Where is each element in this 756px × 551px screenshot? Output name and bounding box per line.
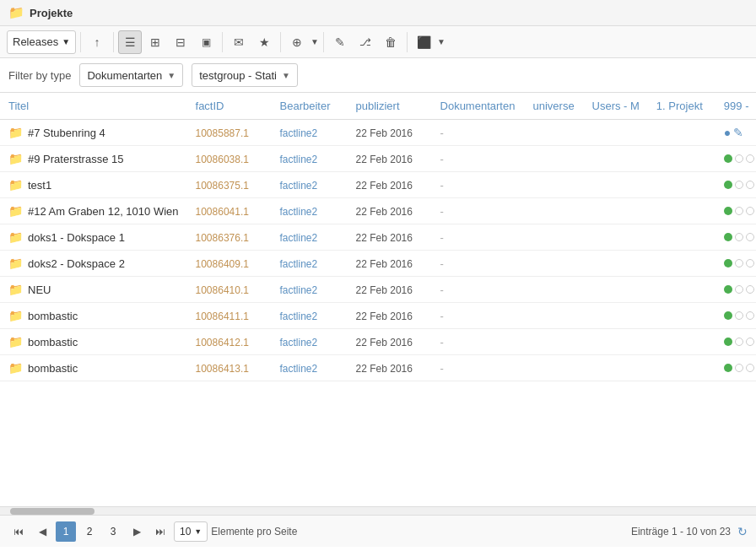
col-projekt1[interactable]: 1. Projekt xyxy=(648,93,716,120)
toolbar: Releases ▼ ↑ ☰ ⊞ ⊟ ▣ ✉ ★ ⊕ ▼ ✎ ⎇ 🗑 ⬛ ▼ xyxy=(0,26,756,58)
col-users-m[interactable]: Users - M xyxy=(584,93,648,120)
cell-titel[interactable]: 📁bombastic xyxy=(0,329,187,355)
page-1-button[interactable]: 1 xyxy=(56,521,76,542)
branch-button[interactable]: ⎇ xyxy=(354,30,377,54)
status-dot-empty-2 xyxy=(746,364,754,372)
table-row: 📁bombastic10086412.1factline222 Feb 2016… xyxy=(0,329,756,355)
chevron-down-icon-add[interactable]: ▼ xyxy=(310,37,319,46)
page-size-select[interactable]: 10 ▼ xyxy=(174,521,208,542)
cell-dokumentarten: - xyxy=(432,172,525,198)
table-row: 📁#12 Am Graben 12, 1010 Wien10086041.1fa… xyxy=(0,198,756,224)
titel-text: NEU xyxy=(28,284,51,296)
cell-titel[interactable]: 📁doks2 - Dokspace 2 xyxy=(0,251,187,277)
cell-titel[interactable]: 📁doks1 - Dokspace 1 xyxy=(0,224,187,251)
titel-text: test1 xyxy=(28,179,51,192)
cell-titel[interactable]: 📁NEU xyxy=(0,277,187,303)
hscroll-thumb[interactable] xyxy=(10,508,94,515)
cell-bearbeiter[interactable]: factline2 xyxy=(272,172,348,198)
cell-bearbeiter[interactable]: factline2 xyxy=(272,120,348,146)
action-icon-blue[interactable]: ● xyxy=(724,126,731,139)
cell-titel[interactable]: 📁bombastic xyxy=(0,355,187,381)
star-button[interactable]: ★ xyxy=(252,30,276,54)
col-dokumentarten[interactable]: Dokumentarten xyxy=(432,93,525,120)
action-icon-edit[interactable]: ✎ xyxy=(733,126,743,139)
cell-titel[interactable]: 📁bombastic xyxy=(0,303,187,329)
cell-publiziert: 22 Feb 2016 xyxy=(348,224,432,251)
cell-bearbeiter[interactable]: factline2 xyxy=(272,277,348,303)
testgroup-stati-dropdown[interactable]: testgroup - Stati ▼ xyxy=(192,63,298,87)
next-page-button[interactable]: ▶ xyxy=(127,521,147,542)
status-dot-green xyxy=(724,233,732,241)
grid-view-button[interactable]: ⊞ xyxy=(143,30,167,54)
table-header-row: Titel factID Bearbeiter publiziert Dokum… xyxy=(0,93,756,120)
cell-titel[interactable]: 📁test1 xyxy=(0,172,187,198)
cell-bearbeiter[interactable]: factline2 xyxy=(272,303,348,329)
cell-bearbeiter[interactable]: factline2 xyxy=(272,224,348,251)
mail-button[interactable]: ✉ xyxy=(227,30,251,54)
col-999[interactable]: 999 - xyxy=(716,93,756,120)
col-bearbeiter[interactable]: Bearbeiter xyxy=(272,93,348,120)
col-universe[interactable]: universe xyxy=(525,93,584,120)
folder-icon: 📁 xyxy=(8,283,23,296)
page-2-button[interactable]: 2 xyxy=(79,521,100,542)
cell-bearbeiter[interactable]: factline2 xyxy=(272,146,348,172)
list-view-button[interactable]: ☰ xyxy=(118,30,142,54)
page-3-button[interactable]: 3 xyxy=(103,521,123,542)
upload-button[interactable]: ↑ xyxy=(85,30,109,54)
cell-publiziert: 22 Feb 2016 xyxy=(348,277,432,303)
add-button[interactable]: ⊕ xyxy=(285,30,309,54)
col-publiziert[interactable]: publiziert xyxy=(348,93,432,120)
chevron-down-icon: ▼ xyxy=(62,37,70,46)
first-page-button[interactable]: ⏮ xyxy=(8,521,29,542)
cell-dokumentarten: - xyxy=(432,329,525,355)
status-dot-empty-1 xyxy=(735,338,743,346)
cell-999 xyxy=(716,224,756,251)
cell-users-m xyxy=(584,172,648,198)
col-factid[interactable]: factID xyxy=(187,93,272,120)
cell-projekt1 xyxy=(648,303,716,329)
status-dot-green xyxy=(724,207,732,215)
cell-dokumentarten: - xyxy=(432,277,525,303)
cell-bearbeiter[interactable]: factline2 xyxy=(272,251,348,277)
delete-button[interactable]: 🗑 xyxy=(379,30,402,54)
chevron-down-icon-more[interactable]: ▼ xyxy=(437,37,446,46)
cell-users-m xyxy=(584,303,648,329)
refresh-button[interactable]: ↻ xyxy=(737,525,748,538)
releases-select[interactable]: Releases ▼ xyxy=(7,30,76,54)
cell-projekt1 xyxy=(648,277,716,303)
page-title: Projekte xyxy=(30,7,73,19)
last-page-button[interactable]: ⏭ xyxy=(150,521,170,542)
cell-factid: 10086411.1 xyxy=(187,303,272,329)
cell-bearbeiter[interactable]: factline2 xyxy=(272,355,348,381)
tree-view-button[interactable]: ⊟ xyxy=(169,30,192,54)
export-button[interactable]: ⬛ xyxy=(412,30,435,54)
status-dot-green xyxy=(724,154,732,163)
cell-999 xyxy=(716,251,756,277)
cell-titel[interactable]: 📁#12 Am Graben 12, 1010 Wien xyxy=(0,198,187,224)
table-row: 📁bombastic10086413.1factline222 Feb 2016… xyxy=(0,355,756,381)
cell-users-m xyxy=(584,198,648,224)
cell-bearbeiter[interactable]: factline2 xyxy=(272,329,348,355)
chevron-down-icon: ▼ xyxy=(194,527,202,536)
table-row: 📁doks2 - Dokspace 210086409.1factline222… xyxy=(0,251,756,277)
cell-bearbeiter[interactable]: factline2 xyxy=(272,198,348,224)
edit-button[interactable]: ✎ xyxy=(328,30,352,54)
dokumentarten-dropdown[interactable]: Dokumentarten ▼ xyxy=(79,63,183,87)
cell-titel[interactable]: 📁#7 Stubenring 4 xyxy=(0,120,187,146)
testgroup-stati-label: testgroup - Stati xyxy=(199,69,277,82)
titel-text: doks2 - Dokspace 2 xyxy=(28,257,125,270)
status-dot-empty-1 xyxy=(735,364,743,372)
horizontal-scrollbar[interactable] xyxy=(0,506,756,515)
table-row: 📁#7 Stubenring 410085887.1factline222 Fe… xyxy=(0,120,756,146)
split-view-button[interactable]: ▣ xyxy=(194,30,218,54)
cell-titel[interactable]: 📁#9 Praterstrasse 15 xyxy=(0,146,187,172)
cell-projekt1 xyxy=(648,329,716,355)
folder-icon: 📁 xyxy=(8,335,23,348)
status-dot-empty-1 xyxy=(735,154,743,163)
folder-icon: 📁 xyxy=(8,5,24,20)
prev-page-button[interactable]: ◀ xyxy=(32,521,52,542)
chevron-down-icon: ▼ xyxy=(282,71,290,80)
col-titel[interactable]: Titel xyxy=(0,93,187,120)
titel-text: bombastic xyxy=(28,362,78,375)
cell-universe xyxy=(525,172,584,198)
